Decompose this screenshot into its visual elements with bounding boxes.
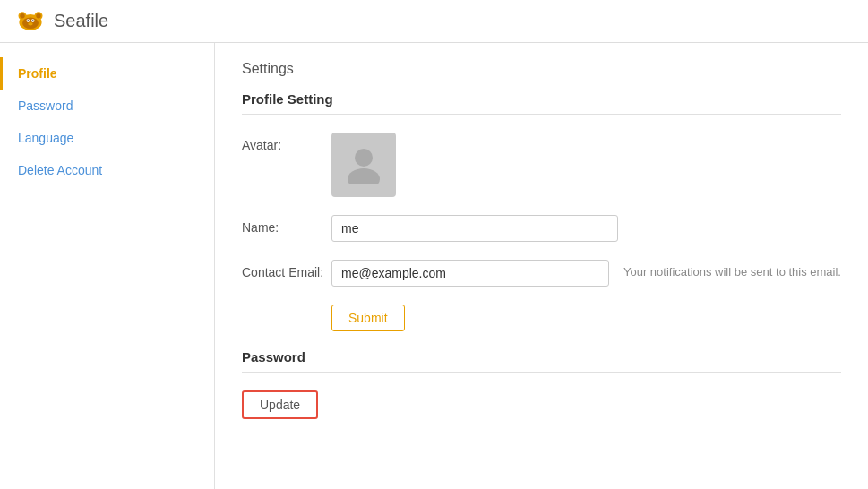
- svg-point-12: [348, 168, 380, 184]
- contact-email-hint: Your notifications will be sent to this …: [623, 260, 841, 279]
- main-content: Settings Profile Setting Avatar: Name: C…: [215, 43, 868, 489]
- sidebar-item-language[interactable]: Language: [0, 122, 214, 154]
- password-section: Password Update: [242, 349, 841, 419]
- svg-point-9: [32, 20, 34, 21]
- sidebar-item-password[interactable]: Password: [0, 90, 214, 122]
- submit-button[interactable]: Submit: [331, 305, 405, 331]
- contact-email-field-wrapper: [331, 260, 609, 287]
- profile-section-title: Profile Setting: [242, 91, 841, 115]
- svg-point-4: [36, 13, 40, 18]
- update-row: Update: [242, 390, 841, 419]
- sidebar-item-delete-account[interactable]: Delete Account: [0, 154, 214, 186]
- svg-point-11: [355, 149, 373, 167]
- svg-point-3: [20, 13, 24, 18]
- logo: Seafile: [14, 9, 108, 34]
- name-input[interactable]: [331, 215, 618, 242]
- name-row: Name:: [242, 215, 841, 242]
- avatar-icon: [346, 145, 382, 184]
- svg-point-10: [28, 21, 32, 25]
- update-password-button[interactable]: Update: [242, 390, 318, 419]
- avatar-label: Avatar:: [242, 133, 331, 152]
- avatar: [331, 133, 396, 197]
- page-title: Settings: [242, 61, 841, 77]
- header: Seafile: [0, 0, 868, 43]
- app-layout: Profile Password Language Delete Account…: [0, 43, 868, 489]
- contact-email-label: Contact Email:: [242, 260, 331, 279]
- contact-email-input[interactable]: [331, 260, 609, 287]
- sidebar-item-profile[interactable]: Profile: [0, 57, 214, 90]
- submit-row: Submit: [242, 305, 841, 331]
- seafile-logo-icon: [14, 9, 47, 34]
- avatar-row: Avatar:: [242, 133, 841, 197]
- submit-label-spacer: [242, 305, 331, 310]
- svg-point-8: [27, 20, 29, 21]
- contact-email-row: Contact Email: Your notifications will b…: [242, 260, 841, 287]
- name-label: Name:: [242, 215, 331, 235]
- name-field-wrapper: [331, 215, 618, 242]
- logo-text: Seafile: [54, 11, 108, 31]
- password-section-title: Password: [242, 349, 841, 373]
- sidebar: Profile Password Language Delete Account: [0, 43, 215, 489]
